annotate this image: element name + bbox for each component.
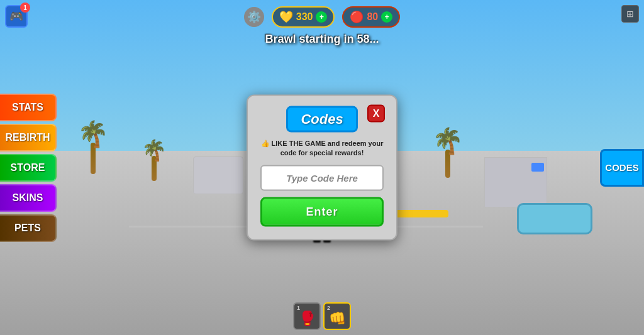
enter-button[interactable]: Enter	[260, 197, 384, 227]
slot-2-icon: 👊	[329, 310, 346, 327]
orbs-amount: 80	[367, 11, 378, 23]
coins-amount: 330	[296, 11, 313, 23]
palm-tree-1: 🌴	[77, 119, 109, 174]
palm-tree-2: 🌴	[142, 138, 167, 181]
modal-title: Codes	[301, 111, 343, 126]
sidebar-item-pets[interactable]: PETS	[0, 214, 57, 242]
building-2	[484, 157, 547, 207]
buy-orbs-button[interactable]: +	[381, 11, 392, 23]
slot-1-number: 1	[297, 305, 300, 311]
sidebar-item-rebirth[interactable]: REBIRTH	[0, 124, 57, 151]
building-1	[193, 157, 243, 194]
sidebar-item-store[interactable]: STORE	[0, 154, 57, 182]
palm-tree-3: 🌴	[432, 126, 464, 178]
hotbar: 1 🥊 2 👊	[293, 302, 351, 330]
code-input[interactable]	[260, 165, 384, 191]
slot-2-number: 2	[327, 305, 330, 311]
buy-coins-button[interactable]: +	[316, 11, 327, 23]
timer-display: Brawl starting in 58...	[0, 33, 644, 46]
coins-display: 💛 330 +	[272, 6, 335, 28]
modal-title-background: Codes	[286, 106, 357, 132]
coins-icon: 💛	[279, 10, 293, 24]
hotbar-slot-1[interactable]: 1 🥊	[293, 302, 321, 330]
codes-modal: Codes X 👍 LIKE THE GAME and redeem your …	[247, 94, 397, 241]
settings-button[interactable]: ⚙️	[244, 7, 264, 27]
orbs-icon: 🔴	[350, 10, 364, 24]
modal-header: Codes X	[260, 106, 384, 132]
hotbar-slot-2[interactable]: 2 👊	[323, 302, 351, 330]
codes-side-button[interactable]: CODES	[600, 149, 644, 187]
orbs-display: 🔴 80 +	[342, 6, 400, 28]
left-sidebar: STATS REBIRTH STORE SKINS PETS	[0, 94, 57, 242]
modal-description: 👍 LIKE THE GAME and redeem your code for…	[260, 138, 384, 158]
pool	[517, 203, 592, 234]
modal-close-button[interactable]: X	[367, 104, 385, 122]
sidebar-item-stats[interactable]: STATS	[0, 94, 57, 121]
top-hud: ⚙️ 💛 330 + 🔴 80 +	[0, 6, 644, 28]
sidebar-item-skins[interactable]: SKINS	[0, 184, 57, 212]
slot-1-icon: 🥊	[299, 310, 316, 327]
